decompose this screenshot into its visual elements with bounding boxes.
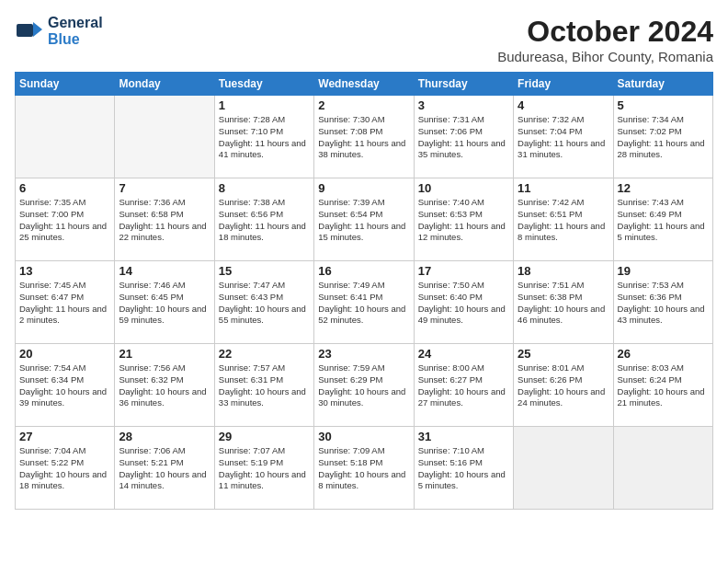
day-number: 12 <box>618 181 709 195</box>
calendar-cell: 24Sunrise: 8:00 AM Sunset: 6:27 PM Dayli… <box>414 344 513 427</box>
day-info: Sunrise: 7:53 AM Sunset: 6:36 PM Dayligh… <box>618 280 709 327</box>
calendar-cell: 12Sunrise: 7:43 AM Sunset: 6:49 PM Dayli… <box>613 178 712 261</box>
day-info: Sunrise: 7:59 AM Sunset: 6:29 PM Dayligh… <box>318 362 409 409</box>
calendar-cell: 7Sunrise: 7:36 AM Sunset: 6:58 PM Daylig… <box>115 178 214 261</box>
day-info: Sunrise: 7:28 AM Sunset: 7:10 PM Dayligh… <box>219 114 310 161</box>
day-number: 30 <box>318 430 409 443</box>
day-info: Sunrise: 7:35 AM Sunset: 7:00 PM Dayligh… <box>19 197 110 244</box>
calendar-cell: 15Sunrise: 7:47 AM Sunset: 6:43 PM Dayli… <box>214 261 313 344</box>
weekday-header: Thursday <box>414 73 513 96</box>
svg-marker-1 <box>33 22 42 37</box>
day-info: Sunrise: 7:50 AM Sunset: 6:40 PM Dayligh… <box>418 280 509 327</box>
day-number: 20 <box>19 347 110 361</box>
calendar-cell: 1Sunrise: 7:28 AM Sunset: 7:10 PM Daylig… <box>214 96 313 178</box>
calendar-cell: 4Sunrise: 7:32 AM Sunset: 7:04 PM Daylig… <box>514 96 613 178</box>
day-info: Sunrise: 7:47 AM Sunset: 6:43 PM Dayligh… <box>219 280 310 327</box>
day-info: Sunrise: 7:40 AM Sunset: 6:53 PM Dayligh… <box>418 197 509 244</box>
day-info: Sunrise: 7:38 AM Sunset: 6:56 PM Dayligh… <box>219 197 310 244</box>
day-number: 31 <box>418 430 509 443</box>
weekday-header: Wednesday <box>314 73 414 96</box>
weekday-header: Saturday <box>613 73 712 96</box>
day-number: 15 <box>219 264 310 278</box>
calendar-cell: 5Sunrise: 7:34 AM Sunset: 7:02 PM Daylig… <box>613 96 712 178</box>
day-info: Sunrise: 7:57 AM Sunset: 6:31 PM Dayligh… <box>219 362 310 409</box>
logo-blue: Blue <box>48 31 103 48</box>
logo-icon <box>15 17 44 46</box>
calendar-cell <box>613 427 712 510</box>
day-info: Sunrise: 7:31 AM Sunset: 7:06 PM Dayligh… <box>418 114 509 161</box>
day-number: 11 <box>518 181 609 195</box>
calendar-cell <box>514 427 613 510</box>
day-number: 29 <box>219 430 310 443</box>
day-info: Sunrise: 7:54 AM Sunset: 6:34 PM Dayligh… <box>19 362 110 409</box>
weekday-header: Friday <box>514 73 613 96</box>
day-info: Sunrise: 7:32 AM Sunset: 7:04 PM Dayligh… <box>518 114 609 161</box>
logo-general: General <box>48 15 103 31</box>
calendar-cell: 16Sunrise: 7:49 AM Sunset: 6:41 PM Dayli… <box>314 261 414 344</box>
calendar-cell: 21Sunrise: 7:56 AM Sunset: 6:32 PM Dayli… <box>115 344 214 427</box>
day-info: Sunrise: 7:49 AM Sunset: 6:41 PM Dayligh… <box>318 280 409 327</box>
calendar-week-row: 1Sunrise: 7:28 AM Sunset: 7:10 PM Daylig… <box>16 96 713 178</box>
day-info: Sunrise: 7:09 AM Sunset: 5:18 PM Dayligh… <box>318 445 409 492</box>
day-number: 19 <box>618 264 709 278</box>
calendar-cell: 13Sunrise: 7:45 AM Sunset: 6:47 PM Dayli… <box>16 261 115 344</box>
calendar-cell: 11Sunrise: 7:42 AM Sunset: 6:51 PM Dayli… <box>514 178 613 261</box>
day-info: Sunrise: 8:00 AM Sunset: 6:27 PM Dayligh… <box>418 362 509 409</box>
day-number: 27 <box>19 430 110 443</box>
calendar-cell: 25Sunrise: 8:01 AM Sunset: 6:26 PM Dayli… <box>514 344 613 427</box>
day-info: Sunrise: 7:10 AM Sunset: 5:16 PM Dayligh… <box>418 445 509 492</box>
calendar-cell <box>115 96 214 178</box>
day-number: 22 <box>219 347 310 361</box>
calendar-table: SundayMondayTuesdayWednesdayThursdayFrid… <box>15 72 713 510</box>
calendar-cell: 30Sunrise: 7:09 AM Sunset: 5:18 PM Dayli… <box>314 427 414 510</box>
day-info: Sunrise: 7:51 AM Sunset: 6:38 PM Dayligh… <box>518 280 609 327</box>
day-info: Sunrise: 7:46 AM Sunset: 6:45 PM Dayligh… <box>119 280 210 327</box>
calendar-cell: 2Sunrise: 7:30 AM Sunset: 7:08 PM Daylig… <box>314 96 414 178</box>
calendar-cell: 18Sunrise: 7:51 AM Sunset: 6:38 PM Dayli… <box>514 261 613 344</box>
calendar-week-row: 13Sunrise: 7:45 AM Sunset: 6:47 PM Dayli… <box>16 261 713 344</box>
calendar-cell: 28Sunrise: 7:06 AM Sunset: 5:21 PM Dayli… <box>115 427 214 510</box>
day-info: Sunrise: 7:42 AM Sunset: 6:51 PM Dayligh… <box>518 197 609 244</box>
calendar-cell: 22Sunrise: 7:57 AM Sunset: 6:31 PM Dayli… <box>214 344 313 427</box>
calendar-week-row: 20Sunrise: 7:54 AM Sunset: 6:34 PM Dayli… <box>16 344 713 427</box>
day-number: 18 <box>518 264 609 278</box>
calendar-cell: 14Sunrise: 7:46 AM Sunset: 6:45 PM Dayli… <box>115 261 214 344</box>
day-info: Sunrise: 8:01 AM Sunset: 6:26 PM Dayligh… <box>518 362 609 409</box>
month-title: October 2024 <box>497 15 713 49</box>
day-number: 24 <box>418 347 509 361</box>
day-info: Sunrise: 7:30 AM Sunset: 7:08 PM Dayligh… <box>318 114 409 161</box>
day-info: Sunrise: 7:45 AM Sunset: 6:47 PM Dayligh… <box>19 280 110 327</box>
calendar-cell: 26Sunrise: 8:03 AM Sunset: 6:24 PM Dayli… <box>613 344 712 427</box>
calendar-cell: 27Sunrise: 7:04 AM Sunset: 5:22 PM Dayli… <box>16 427 115 510</box>
day-info: Sunrise: 7:06 AM Sunset: 5:21 PM Dayligh… <box>119 445 210 492</box>
page-header: General Blue October 2024 Budureasa, Bih… <box>15 15 713 64</box>
day-number: 2 <box>318 98 409 112</box>
day-number: 14 <box>119 264 210 278</box>
day-number: 7 <box>119 181 210 195</box>
day-number: 26 <box>618 347 709 361</box>
weekday-header-row: SundayMondayTuesdayWednesdayThursdayFrid… <box>16 73 713 96</box>
calendar-cell: 19Sunrise: 7:53 AM Sunset: 6:36 PM Dayli… <box>613 261 712 344</box>
day-info: Sunrise: 7:07 AM Sunset: 5:19 PM Dayligh… <box>219 445 310 492</box>
day-info: Sunrise: 7:56 AM Sunset: 6:32 PM Dayligh… <box>119 362 210 409</box>
weekday-header: Monday <box>115 73 214 96</box>
day-info: Sunrise: 7:36 AM Sunset: 6:58 PM Dayligh… <box>119 197 210 244</box>
day-number: 3 <box>418 98 509 112</box>
day-info: Sunrise: 7:34 AM Sunset: 7:02 PM Dayligh… <box>618 114 709 161</box>
title-block: October 2024 Budureasa, Bihor County, Ro… <box>497 15 713 64</box>
calendar-cell: 10Sunrise: 7:40 AM Sunset: 6:53 PM Dayli… <box>414 178 513 261</box>
day-info: Sunrise: 7:39 AM Sunset: 6:54 PM Dayligh… <box>318 197 409 244</box>
day-info: Sunrise: 7:04 AM Sunset: 5:22 PM Dayligh… <box>19 445 110 492</box>
calendar-cell <box>16 96 115 178</box>
calendar-cell: 9Sunrise: 7:39 AM Sunset: 6:54 PM Daylig… <box>314 178 414 261</box>
day-number: 13 <box>19 264 110 278</box>
day-number: 6 <box>19 181 110 195</box>
calendar-week-row: 6Sunrise: 7:35 AM Sunset: 7:00 PM Daylig… <box>16 178 713 261</box>
day-number: 8 <box>219 181 310 195</box>
day-number: 28 <box>119 430 210 443</box>
day-number: 16 <box>318 264 409 278</box>
day-number: 4 <box>518 98 609 112</box>
calendar-cell: 23Sunrise: 7:59 AM Sunset: 6:29 PM Dayli… <box>314 344 414 427</box>
day-info: Sunrise: 8:03 AM Sunset: 6:24 PM Dayligh… <box>618 362 709 409</box>
calendar-cell: 31Sunrise: 7:10 AM Sunset: 5:16 PM Dayli… <box>414 427 513 510</box>
